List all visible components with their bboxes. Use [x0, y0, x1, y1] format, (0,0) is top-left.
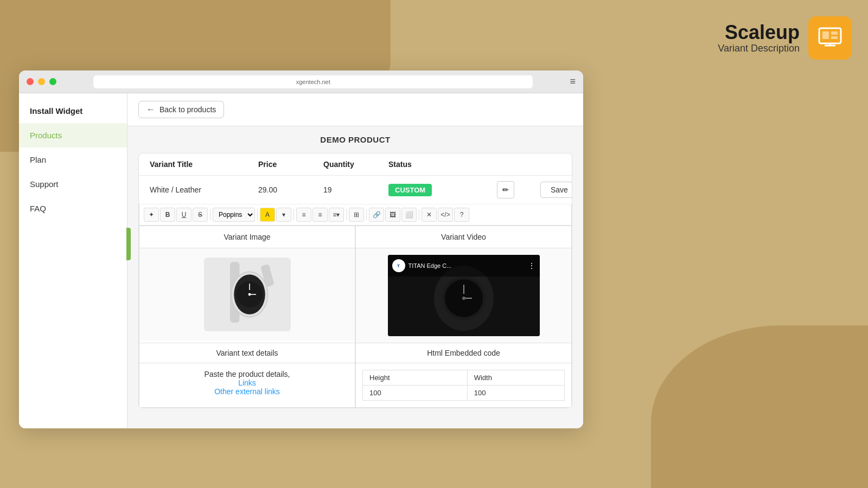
- toolbar-image-btn[interactable]: 🖼: [385, 208, 400, 222]
- sidebar-item-plan[interactable]: Plan: [19, 147, 127, 172]
- cell-quantity: 19: [323, 185, 388, 194]
- product-title: DEMO PRODUCT: [127, 126, 583, 153]
- brand-subtitle: Variant Description: [718, 43, 800, 54]
- brand-name: Scaleup: [718, 22, 800, 43]
- html-embed-title: Html Embedded code: [356, 343, 571, 363]
- save-button[interactable]: Save: [540, 182, 572, 198]
- toolbar-color-btn[interactable]: A: [260, 208, 275, 222]
- variant-video-title: Variant Video: [356, 226, 571, 248]
- toolbar-format-btn[interactable]: ✦: [144, 208, 159, 222]
- col-status: Status: [388, 160, 497, 169]
- toolbar-link-btn[interactable]: 🔗: [369, 208, 384, 222]
- sidebar-item-products[interactable]: Products: [19, 123, 127, 147]
- sidebar-item-install-widget[interactable]: Install Widget: [19, 99, 127, 123]
- svg-point-21: [462, 297, 465, 300]
- font-family-select[interactable]: Poppins: [213, 208, 255, 222]
- editor-toolbar: ✦ B U S Poppins A ▾ ≡ ≡ ≡▾ ⊞: [139, 204, 572, 226]
- window-minimize-dot[interactable]: [38, 78, 45, 85]
- toolbar-media-btn[interactable]: ⬜: [401, 208, 417, 222]
- main-topbar: ← Back to products: [127, 93, 583, 126]
- html-embed-body: Height Width 100 100: [356, 363, 571, 407]
- browser-body: Install Widget Products Plan Support FAQ…: [19, 93, 583, 428]
- browser-chrome: xgentech.net ≡: [19, 70, 583, 93]
- text-details-body: Paste the product details, Links Other e…: [139, 363, 355, 402]
- main-content: ← Back to products DEMO PRODUCT Variant …: [127, 93, 583, 428]
- side-tab-indicator: [126, 228, 131, 260]
- bg-shape-bottom: [651, 325, 868, 488]
- html-embed-table: Height Width 100 100: [362, 370, 565, 401]
- toolbar-divider-6: [419, 209, 419, 220]
- toolbar-code-btn[interactable]: </>: [438, 208, 453, 222]
- cell-save: Save: [540, 182, 572, 198]
- cell-price: 29.00: [258, 185, 323, 194]
- col-quantity: Quantity: [323, 160, 388, 169]
- address-bar[interactable]: xgentech.net: [93, 75, 533, 88]
- toolbar-align-btn[interactable]: ≡▾: [329, 208, 344, 222]
- svg-rect-4: [831, 31, 838, 35]
- video-header: T TITAN Edge C... ⋮: [388, 255, 540, 277]
- text-details-title: Variant text details: [139, 343, 355, 363]
- video-menu-icon: ⋮: [528, 261, 535, 270]
- col-variant-title: Variant Title: [150, 160, 258, 169]
- variant-image-section: Variant Image: [139, 226, 355, 343]
- height-label: Height: [363, 370, 468, 386]
- svg-rect-3: [822, 31, 829, 39]
- width-label: Width: [467, 370, 564, 386]
- toolbar-divider-2: [257, 209, 258, 220]
- toolbar-divider-5: [366, 209, 367, 220]
- cell-edit: ✏: [497, 181, 540, 198]
- toolbar-strikethrough-btn[interactable]: S: [193, 208, 208, 222]
- sidebar-item-faq[interactable]: FAQ: [19, 196, 127, 221]
- toolbar-underline-btn[interactable]: U: [176, 208, 192, 222]
- col-price: Price: [258, 160, 323, 169]
- back-arrow-icon: ←: [146, 105, 155, 114]
- other-links-link[interactable]: Other external links: [146, 387, 348, 396]
- col-edit: [497, 160, 540, 169]
- links-link[interactable]: Links: [146, 378, 348, 387]
- toolbar-ul-btn[interactable]: ≡: [296, 208, 311, 222]
- toolbar-color-dropdown-btn[interactable]: ▾: [276, 208, 291, 222]
- toolbar-divider-4: [346, 209, 347, 220]
- browser-window: xgentech.net ≡ Install Widget Products P…: [19, 70, 583, 428]
- branding-area: Scaleup Variant Description: [718, 16, 852, 60]
- toolbar-bold-btn[interactable]: B: [160, 208, 175, 222]
- variant-image-body: [139, 248, 355, 341]
- bottom-grid: Variant text details Paste the product d…: [139, 343, 572, 408]
- edit-button[interactable]: ✏: [497, 181, 514, 198]
- col-save: [540, 160, 572, 169]
- toolbar-divider-3: [293, 209, 294, 220]
- variant-image-title: Variant Image: [139, 226, 355, 248]
- height-value[interactable]: 100: [363, 386, 468, 401]
- toolbar-help-btn[interactable]: ?: [454, 208, 469, 222]
- toolbar-ol-btn[interactable]: ≡: [312, 208, 328, 222]
- variant-video-section: Variant Video: [355, 226, 572, 343]
- status-badge: CUSTOM: [388, 184, 432, 196]
- url-text: xgentech.net: [296, 79, 330, 85]
- html-table-row-2: 100 100: [363, 386, 565, 401]
- variant-grid: Variant Image: [139, 226, 572, 343]
- variant-video-body: T TITAN Edge C... ⋮ ▶: [356, 248, 571, 343]
- html-embed-section: Html Embedded code Height Width 100 100: [355, 343, 572, 408]
- brand-icon: [808, 16, 852, 60]
- product-table-area: Variant Title Price Quantity Status: [138, 153, 572, 408]
- toolbar-table-btn[interactable]: ⊞: [349, 208, 364, 222]
- sidebar-item-support[interactable]: Support: [19, 172, 127, 196]
- cell-variant-title: White / Leather: [150, 185, 258, 194]
- paste-placeholder: Paste the product details,: [146, 370, 348, 378]
- text-details-section: Variant text details Paste the product d…: [139, 343, 355, 408]
- back-to-products-button[interactable]: ← Back to products: [138, 101, 224, 118]
- sidebar: Install Widget Products Plan Support FAQ: [19, 93, 127, 428]
- toolbar-divider-1: [210, 209, 210, 220]
- toolbar-clear-btn[interactable]: ✕: [422, 208, 437, 222]
- video-title-text: TITAN Edge C...: [409, 262, 525, 269]
- cell-status: CUSTOM: [388, 184, 497, 196]
- brand-text: Scaleup Variant Description: [718, 22, 800, 55]
- browser-menu-icon[interactable]: ≡: [570, 76, 576, 87]
- video-thumbnail[interactable]: T TITAN Edge C... ⋮ ▶: [388, 255, 540, 336]
- window-maximize-dot[interactable]: [49, 78, 56, 85]
- width-value[interactable]: 100: [467, 386, 564, 401]
- table-header: Variant Title Price Quantity Status: [139, 153, 572, 176]
- titan-logo: T: [392, 259, 405, 272]
- html-table-row-1: Height Width: [363, 370, 565, 386]
- window-close-dot[interactable]: [27, 78, 34, 85]
